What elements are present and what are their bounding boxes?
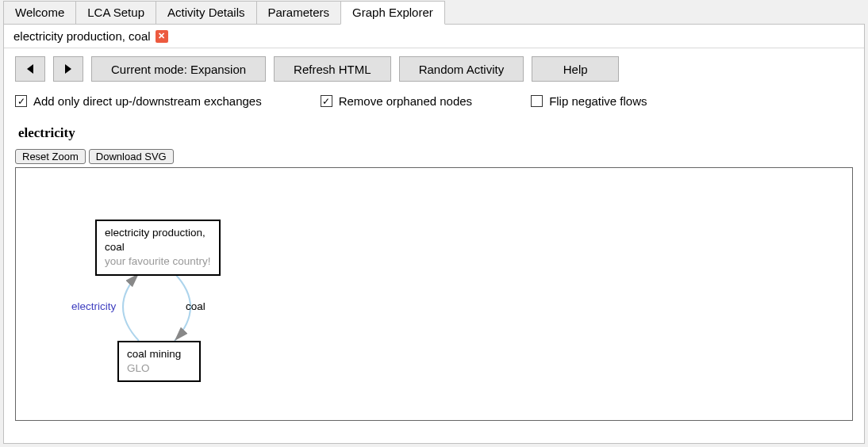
node-subtitle: GLO — [127, 361, 191, 376]
reset-zoom-button[interactable]: Reset Zoom — [15, 149, 86, 164]
tab-activity-details[interactable]: Activity Details — [156, 1, 257, 25]
graph-canvas[interactable]: electricity production, coal your favour… — [15, 167, 853, 421]
tab-welcome[interactable]: Welcome — [3, 1, 76, 25]
close-icon[interactable]: ✕ — [156, 30, 168, 43]
triangle-left-icon — [25, 63, 35, 74]
tab-lca-setup[interactable]: LCA Setup — [75, 1, 156, 25]
checkbox-remove-orphaned[interactable]: Remove orphaned nodes — [321, 94, 472, 108]
checkbox-label: Flip negative flows — [549, 94, 647, 108]
toolbar: Current mode: Expansion Refresh HTML Ran… — [4, 48, 864, 90]
graph-node-coal-mining[interactable]: coal mining GLO — [117, 341, 201, 382]
graph-title: electricity — [18, 125, 850, 141]
sub-tab-row: electricity production, coal ✕ — [4, 25, 864, 48]
triangle-right-icon — [63, 63, 73, 74]
tab-parameters[interactable]: Parameters — [256, 1, 342, 25]
random-activity-button[interactable]: Random Activity — [399, 56, 524, 82]
checkbox-direct-exchanges[interactable]: Add only direct up-/downstream exchanges — [15, 94, 262, 108]
nav-back-button[interactable] — [15, 56, 45, 82]
edge-label-coal: coal — [186, 300, 205, 312]
content-panel: electricity production, coal ✕ Current m… — [3, 24, 865, 444]
svg-marker-0 — [27, 64, 33, 74]
sub-tab-label: electricity production, coal — [13, 29, 151, 43]
graph-edges — [16, 168, 849, 421]
sub-tab-electricity[interactable]: electricity production, coal ✕ — [9, 28, 173, 44]
node-title-line: coal mining — [127, 347, 191, 361]
checkbox-icon — [531, 95, 543, 107]
graph-area: electricity Reset Zoom Download SVG — [4, 116, 864, 426]
nav-forward-button[interactable] — [53, 56, 83, 82]
node-subtitle: your favourite country! — [105, 254, 211, 269]
tab-graph-explorer[interactable]: Graph Explorer — [340, 1, 445, 25]
edge-label-electricity: electricity — [71, 300, 116, 312]
checkbox-label: Add only direct up-/downstream exchanges — [33, 94, 262, 108]
help-button[interactable]: Help — [532, 56, 619, 82]
node-title-line: electricity production, — [105, 226, 211, 240]
checkbox-row: Add only direct up-/downstream exchanges… — [4, 90, 864, 116]
checkbox-icon — [321, 95, 332, 107]
svg-marker-1 — [65, 64, 71, 74]
graph-node-electricity-production[interactable]: electricity production, coal your favour… — [95, 220, 221, 276]
refresh-html-button[interactable]: Refresh HTML — [274, 56, 391, 82]
checkbox-icon — [15, 95, 27, 107]
checkbox-label: Remove orphaned nodes — [339, 94, 472, 108]
main-tabs: Welcome LCA Setup Activity Details Param… — [0, 0, 868, 25]
node-title-line: coal — [105, 240, 211, 254]
current-mode-button[interactable]: Current mode: Expansion — [91, 56, 266, 82]
download-svg-button[interactable]: Download SVG — [89, 149, 174, 164]
checkbox-flip-negative[interactable]: Flip negative flows — [531, 94, 647, 108]
